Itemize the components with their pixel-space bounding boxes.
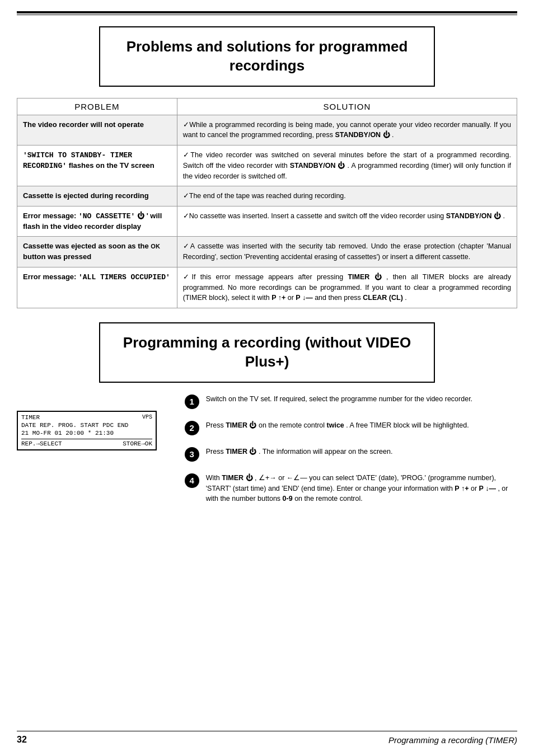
top-border: [17, 11, 517, 13]
step-text-3: Press TIMER ⏻ . The information will app…: [206, 447, 517, 457]
table-row-solution-2: ✓The end of the tape was reached during …: [177, 186, 517, 206]
timer-columns-row: DATE REP. PROG. START PDC END: [21, 422, 152, 429]
timer-footer: REP.→SELECT STORE→OK: [21, 439, 152, 447]
timer-header-row: TIMER VPS: [21, 414, 152, 421]
page-number: 32: [17, 735, 27, 745]
table-row-problem-4: Cassette was ejected as soon as the OK b…: [17, 237, 177, 267]
table-row-problem-0: The video recorder will not operate: [17, 115, 177, 145]
timer-label: TIMER: [21, 414, 40, 421]
steps-right: 1Switch on the TV set. If required, sele…: [185, 394, 517, 515]
step-text-2: Press TIMER ⏻ on the remote control twic…: [206, 420, 517, 431]
vps-label: VPS: [142, 414, 152, 421]
step-circle-1: 1: [185, 395, 199, 409]
footer-title: Programming a recording (TIMER): [388, 735, 517, 745]
step-circle-2: 2: [185, 421, 199, 435]
table-row-solution-0: ✓While a programmed recording is being m…: [177, 115, 517, 145]
problem-header: PROBLEM: [17, 98, 177, 115]
timer-values-row: 21 MO-FR 01 20:00 * 21:30: [21, 430, 152, 436]
step-text-1: Switch on the TV set. If required, selec…: [206, 394, 517, 405]
timer-columns: DATE REP. PROG. START PDC END: [21, 422, 128, 429]
section1-title: Problems and solutions for programmed re…: [123, 37, 411, 76]
section1-title-box: Problems and solutions for programmed re…: [99, 26, 435, 87]
table-row-problem-1: 'SWITCH TO STANDBY- TIMER RECORDING' fla…: [17, 145, 177, 186]
section2-title-box: Programming a recording (without VIDEO P…: [99, 322, 435, 383]
step-item-1: 1Switch on the TV set. If required, sele…: [185, 394, 517, 409]
step-circle-3: 3: [185, 447, 199, 462]
page: Problems and solutions for programmed re…: [0, 0, 534, 756]
page-footer: 32 Programming a recording (TIMER): [17, 731, 517, 745]
table-row-problem-3: Error message: 'NO CASSETTE' ⏻ ' will fl…: [17, 206, 177, 237]
solution-header: SOLUTION: [177, 98, 517, 115]
step-item-2: 2Press TIMER ⏻ on the remote control twi…: [185, 420, 517, 435]
timer-footer-right: STORE→OK: [123, 440, 152, 447]
table-row-solution-3: ✓No cassette was inserted. Insert a cass…: [177, 206, 517, 237]
table-row-problem-2: Cassette is ejected during recording: [17, 186, 177, 206]
timer-values: 21 MO-FR 01 20:00 * 21:30: [21, 430, 114, 436]
steps-left: TIMER VPS DATE REP. PROG. START PDC END …: [17, 394, 174, 515]
table-row-solution-4: ✓A cassette was inserted with the securi…: [177, 237, 517, 267]
steps-container: TIMER VPS DATE REP. PROG. START PDC END …: [17, 394, 517, 515]
table-row-problem-5: Error message: 'ALL TIMERS OCCUPIED': [17, 267, 177, 308]
problems-solutions-table: PROBLEM SOLUTION The video recorder will…: [17, 98, 517, 309]
top-border2: [17, 15, 517, 15]
step-item-3: 3Press TIMER ⏻ . The information will ap…: [185, 447, 517, 462]
step-item-4: 4With TIMER ⏻ , ∠+→ or ←∠— you can selec…: [185, 473, 517, 504]
step-circle-4: 4: [185, 473, 199, 488]
step-text-4: With TIMER ⏻ , ∠+→ or ←∠— you can select…: [206, 473, 517, 504]
timer-footer-left: REP.→SELECT: [21, 440, 62, 447]
timer-display-box: TIMER VPS DATE REP. PROG. START PDC END …: [17, 411, 157, 450]
table-row-solution-1: ✓The video recorder was switched on seve…: [177, 145, 517, 186]
table-row-solution-5: ✓If this error message appears after pre…: [177, 267, 517, 308]
section2-title: Programming a recording (without VIDEO P…: [123, 334, 411, 372]
